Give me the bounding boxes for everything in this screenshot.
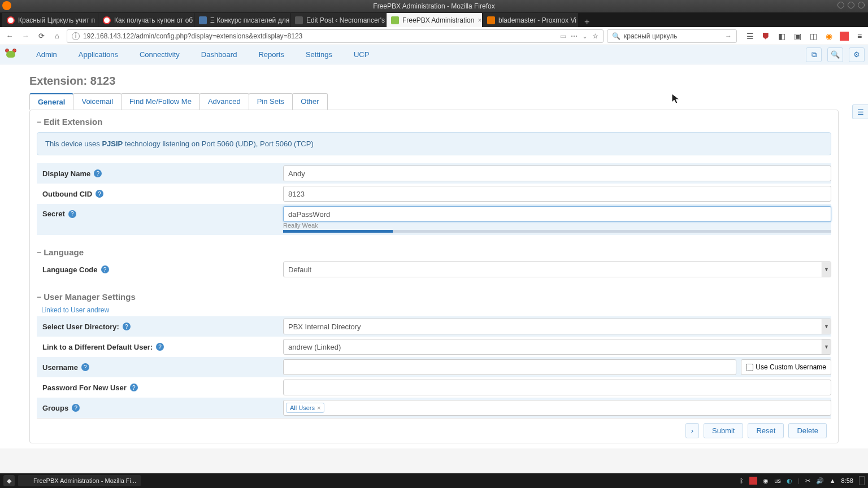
secret-input[interactable] bbox=[283, 206, 831, 222]
gear-icon[interactable]: ⚙ bbox=[849, 47, 865, 62]
browser-tab[interactable]: Edit Post ‹ Necromancer's× bbox=[290, 13, 387, 27]
menu-admin[interactable]: Admin bbox=[31, 47, 63, 62]
tab-general[interactable]: General bbox=[29, 93, 73, 110]
help-icon[interactable]: ? bbox=[94, 169, 102, 177]
volume-tray-icon[interactable]: 🔊 bbox=[816, 477, 824, 485]
display-name-input[interactable] bbox=[283, 165, 831, 181]
language-code-select[interactable]: Default▼ bbox=[283, 262, 831, 277]
help-icon[interactable]: ? bbox=[123, 323, 131, 330]
section-user-manager[interactable]: −User Manager Settings bbox=[37, 290, 831, 304]
home-button[interactable]: ⌂ bbox=[51, 30, 63, 42]
notification-tray-icon[interactable]: ▲ bbox=[830, 477, 836, 484]
browser-tab[interactable]: Ξ Конкурс писателей для× bbox=[194, 13, 290, 27]
reader-mode-icon[interactable]: ▭ bbox=[560, 32, 566, 40]
ext-icon[interactable] bbox=[840, 32, 849, 41]
menu-ucp[interactable]: UCP bbox=[348, 47, 375, 62]
new-tab-button[interactable]: + bbox=[579, 17, 595, 27]
browser-tab[interactable]: blademaster - Proxmox Vi× bbox=[483, 13, 579, 27]
section-edit-extension[interactable]: −Edit Extension bbox=[37, 115, 831, 129]
taskbar-task[interactable]: FreePBX Administration - Mozilla Fi... bbox=[18, 475, 141, 486]
reload-button[interactable]: ⟳ bbox=[35, 30, 47, 42]
forward-button[interactable]: → bbox=[19, 30, 32, 42]
menu-settings[interactable]: Settings bbox=[300, 47, 338, 62]
submit-button[interactable]: Submit bbox=[704, 423, 743, 438]
tab-label: Ξ Конкурс писателей для bbox=[210, 16, 289, 24]
clipboard-tray-icon[interactable]: ✂ bbox=[805, 477, 810, 485]
tab-other[interactable]: Other bbox=[292, 93, 328, 110]
save-pocket-icon[interactable]: ⌄ bbox=[582, 32, 588, 40]
help-icon[interactable]: ? bbox=[101, 265, 109, 273]
library-icon[interactable]: ☰ bbox=[745, 31, 755, 41]
expand-button[interactable]: › bbox=[685, 423, 699, 438]
pjsip-info-box: This device uses PJSIP technology listen… bbox=[37, 132, 831, 155]
close-window-icon[interactable] bbox=[858, 2, 865, 8]
show-desktop-icon[interactable] bbox=[859, 476, 865, 485]
delete-button[interactable]: Delete bbox=[788, 423, 827, 438]
list-view-button[interactable]: ☰ bbox=[852, 104, 868, 119]
label-outbound-cid: Outbound CID bbox=[42, 190, 92, 198]
label-language-code: Language Code bbox=[42, 265, 98, 274]
search-bar[interactable]: 🔍 красный циркуль → bbox=[607, 29, 737, 43]
password-strength-label: Really Weak bbox=[283, 222, 831, 229]
linked-user-link[interactable]: Linked to User andrew bbox=[37, 304, 831, 316]
help-icon[interactable]: ? bbox=[156, 343, 164, 351]
rss-icon[interactable]: ◉ bbox=[824, 31, 834, 41]
tray-icon[interactable] bbox=[749, 477, 757, 485]
browser-tab[interactable]: Как получать купон от об× bbox=[98, 13, 194, 27]
password-strength-meter bbox=[283, 230, 831, 233]
help-icon[interactable]: ? bbox=[68, 210, 76, 218]
browser-tab[interactable]: Красный Циркуль учит п× bbox=[2, 13, 98, 27]
password-new-user-input[interactable] bbox=[283, 380, 831, 395]
tab-voicemail[interactable]: Voicemail bbox=[73, 93, 121, 110]
help-icon[interactable]: ? bbox=[72, 404, 80, 412]
bluetooth-tray-icon[interactable]: ᛒ bbox=[740, 477, 744, 484]
browser-tab-active[interactable]: FreePBX Administration× bbox=[387, 13, 483, 27]
outbound-cid-input[interactable] bbox=[283, 186, 831, 202]
help-icon[interactable]: ? bbox=[130, 384, 138, 391]
tray-icon[interactable]: ◉ bbox=[763, 477, 769, 485]
extension-icon[interactable]: ▣ bbox=[792, 31, 802, 41]
user-directory-select[interactable]: PBX Internal Directory▼ bbox=[283, 319, 831, 334]
update-tray-icon[interactable]: ◐ bbox=[787, 477, 792, 485]
bookmark-star-icon[interactable]: ☆ bbox=[592, 32, 598, 40]
groups-field[interactable]: All Users × bbox=[283, 400, 831, 416]
menu-applications[interactable]: Applications bbox=[73, 47, 124, 62]
firefox-icon bbox=[2, 1, 11, 10]
use-custom-username-label: Use Custom Username bbox=[756, 363, 826, 371]
collapse-icon: − bbox=[37, 293, 41, 302]
tab-pin-sets[interactable]: Pin Sets bbox=[249, 93, 293, 110]
more-icon[interactable]: ⋯ bbox=[571, 32, 578, 40]
remove-group-icon[interactable]: × bbox=[317, 404, 320, 411]
site-info-icon[interactable]: i bbox=[72, 32, 80, 40]
freepbx-logo-icon[interactable] bbox=[3, 47, 20, 62]
section-language[interactable]: −Language bbox=[37, 245, 831, 259]
maximize-icon[interactable] bbox=[848, 2, 854, 8]
close-tab-icon[interactable]: × bbox=[478, 16, 481, 24]
copy-icon[interactable]: ⧉ bbox=[806, 47, 822, 62]
help-icon[interactable]: ? bbox=[96, 190, 103, 198]
reset-button[interactable]: Reset bbox=[748, 423, 784, 438]
keyboard-layout[interactable]: us bbox=[774, 477, 781, 484]
tab-advanced[interactable]: Advanced bbox=[199, 93, 249, 110]
clock[interactable]: 8:58 bbox=[841, 477, 853, 484]
browser-toolbar: ← → ⟳ ⌂ i 192.168.143.122/admin/config.p… bbox=[0, 27, 868, 45]
minimize-icon[interactable] bbox=[837, 2, 844, 8]
search-go-icon[interactable]: → bbox=[725, 32, 732, 40]
back-button[interactable]: ← bbox=[3, 30, 16, 42]
sidebar-icon[interactable]: ◫ bbox=[808, 31, 818, 41]
menu-connectivity[interactable]: Connectivity bbox=[134, 47, 185, 62]
address-bar[interactable]: i 192.168.143.122/admin/config.php?displ… bbox=[67, 29, 604, 43]
search-icon[interactable]: 🔍 bbox=[827, 47, 843, 62]
menu-reports[interactable]: Reports bbox=[253, 47, 290, 62]
ublock-icon[interactable]: ⛊ bbox=[761, 31, 771, 41]
link-user-select[interactable]: andrew (Linked)▼ bbox=[283, 339, 831, 355]
help-icon[interactable]: ? bbox=[81, 363, 89, 371]
use-custom-username-checkbox[interactable] bbox=[746, 364, 753, 371]
start-menu-button[interactable]: ◆ bbox=[3, 475, 15, 486]
menu-dashboard[interactable]: Dashboard bbox=[196, 47, 243, 62]
tab-find-me[interactable]: Find Me/Follow Me bbox=[121, 93, 200, 110]
tab-label: FreePBX Administration bbox=[402, 16, 474, 24]
noscript-icon[interactable]: ◧ bbox=[776, 31, 787, 41]
hamburger-icon[interactable]: ≡ bbox=[854, 31, 865, 41]
favicon bbox=[391, 16, 399, 24]
